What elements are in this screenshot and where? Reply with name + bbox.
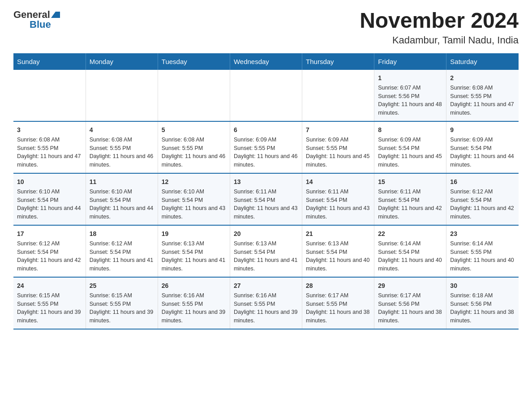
calendar-cell: 17Sunrise: 6:12 AMSunset: 5:54 PMDayligh… (13, 225, 86, 277)
calendar-week-row: 17Sunrise: 6:12 AMSunset: 5:54 PMDayligh… (13, 225, 519, 277)
day-info: Sunrise: 6:09 AMSunset: 5:55 PMDaylight:… (234, 136, 298, 169)
day-info: Sunrise: 6:12 AMSunset: 5:54 PMDaylight:… (450, 188, 515, 221)
day-info: Sunrise: 6:14 AMSunset: 5:54 PMDaylight:… (378, 240, 442, 273)
day-info: Sunrise: 6:08 AMSunset: 5:55 PMDaylight:… (450, 84, 515, 117)
page-title: November 2024 (360, 9, 519, 33)
day-number: 3 (17, 125, 82, 135)
day-number: 25 (90, 281, 154, 291)
calendar-cell: 28Sunrise: 6:17 AMSunset: 5:55 PMDayligh… (302, 277, 374, 329)
day-info: Sunrise: 6:11 AMSunset: 5:54 PMDaylight:… (306, 188, 370, 221)
day-number: 6 (234, 125, 298, 135)
day-info: Sunrise: 6:11 AMSunset: 5:54 PMDaylight:… (234, 188, 298, 221)
calendar-cell: 1Sunrise: 6:07 AMSunset: 5:56 PMDaylight… (374, 70, 446, 121)
day-info: Sunrise: 6:10 AMSunset: 5:54 PMDaylight:… (90, 188, 154, 221)
day-number: 2 (450, 73, 515, 83)
calendar-week-row: 1Sunrise: 6:07 AMSunset: 5:56 PMDaylight… (13, 70, 519, 121)
calendar-cell: 15Sunrise: 6:11 AMSunset: 5:54 PMDayligh… (374, 173, 446, 225)
day-number: 20 (234, 229, 298, 239)
header-thursday: Thursday (302, 53, 374, 70)
calendar-week-row: 24Sunrise: 6:15 AMSunset: 5:55 PMDayligh… (13, 277, 519, 329)
logo-triangle-icon (51, 12, 60, 18)
day-info: Sunrise: 6:09 AMSunset: 5:55 PMDaylight:… (306, 136, 370, 169)
day-info: Sunrise: 6:08 AMSunset: 5:55 PMDaylight:… (90, 136, 154, 169)
calendar-cell: 30Sunrise: 6:18 AMSunset: 5:56 PMDayligh… (446, 277, 519, 329)
calendar-cell: 13Sunrise: 6:11 AMSunset: 5:54 PMDayligh… (230, 173, 302, 225)
day-number: 28 (306, 281, 370, 291)
day-number: 7 (306, 125, 370, 135)
day-number: 17 (17, 229, 82, 239)
day-number: 13 (234, 177, 298, 187)
day-number: 19 (162, 229, 226, 239)
calendar-cell: 2Sunrise: 6:08 AMSunset: 5:55 PMDaylight… (446, 70, 519, 121)
calendar-week-row: 3Sunrise: 6:08 AMSunset: 5:55 PMDaylight… (13, 121, 519, 173)
calendar-cell: 25Sunrise: 6:15 AMSunset: 5:55 PMDayligh… (86, 277, 158, 329)
calendar-cell: 26Sunrise: 6:16 AMSunset: 5:55 PMDayligh… (158, 277, 230, 329)
title-block: November 2024 Kadambur, Tamil Nadu, Indi… (360, 9, 519, 46)
calendar-cell: 11Sunrise: 6:10 AMSunset: 5:54 PMDayligh… (86, 173, 158, 225)
calendar-week-row: 10Sunrise: 6:10 AMSunset: 5:54 PMDayligh… (13, 173, 519, 225)
day-info: Sunrise: 6:13 AMSunset: 5:54 PMDaylight:… (234, 240, 298, 273)
header-sunday: Sunday (13, 53, 86, 70)
day-info: Sunrise: 6:10 AMSunset: 5:54 PMDaylight:… (17, 188, 82, 221)
day-number: 11 (90, 177, 154, 187)
calendar-cell: 14Sunrise: 6:11 AMSunset: 5:54 PMDayligh… (302, 173, 374, 225)
calendar-cell: 8Sunrise: 6:09 AMSunset: 5:54 PMDaylight… (374, 121, 446, 173)
calendar-cell: 27Sunrise: 6:16 AMSunset: 5:55 PMDayligh… (230, 277, 302, 329)
day-info: Sunrise: 6:09 AMSunset: 5:54 PMDaylight:… (450, 136, 515, 169)
calendar-cell (86, 70, 158, 121)
page-header: General Blue November 2024 Kadambur, Tam… (13, 9, 519, 46)
day-info: Sunrise: 6:11 AMSunset: 5:54 PMDaylight:… (378, 188, 442, 221)
calendar-header-row: Sunday Monday Tuesday Wednesday Thursday… (13, 53, 519, 70)
day-info: Sunrise: 6:08 AMSunset: 5:55 PMDaylight:… (17, 136, 82, 169)
calendar-cell: 12Sunrise: 6:10 AMSunset: 5:54 PMDayligh… (158, 173, 230, 225)
day-info: Sunrise: 6:17 AMSunset: 5:55 PMDaylight:… (306, 291, 370, 325)
calendar-cell (13, 70, 86, 121)
day-info: Sunrise: 6:10 AMSunset: 5:54 PMDaylight:… (162, 188, 226, 221)
calendar-cell: 4Sunrise: 6:08 AMSunset: 5:55 PMDaylight… (86, 121, 158, 173)
day-info: Sunrise: 6:16 AMSunset: 5:55 PMDaylight:… (234, 291, 298, 325)
day-info: Sunrise: 6:07 AMSunset: 5:56 PMDaylight:… (378, 84, 442, 117)
day-info: Sunrise: 6:13 AMSunset: 5:54 PMDaylight:… (306, 240, 370, 273)
calendar-cell: 23Sunrise: 6:14 AMSunset: 5:55 PMDayligh… (446, 225, 519, 277)
day-number: 15 (378, 177, 442, 187)
day-number: 22 (378, 229, 442, 239)
calendar-cell (230, 70, 302, 121)
day-number: 24 (17, 281, 82, 291)
day-number: 21 (306, 229, 370, 239)
day-number: 1 (378, 73, 442, 83)
day-number: 30 (450, 281, 515, 291)
header-saturday: Saturday (446, 53, 519, 70)
day-info: Sunrise: 6:15 AMSunset: 5:55 PMDaylight:… (17, 291, 82, 325)
calendar-cell: 7Sunrise: 6:09 AMSunset: 5:55 PMDaylight… (302, 121, 374, 173)
day-number: 18 (90, 229, 154, 239)
day-number: 27 (234, 281, 298, 291)
header-wednesday: Wednesday (230, 53, 302, 70)
calendar-cell: 21Sunrise: 6:13 AMSunset: 5:54 PMDayligh… (302, 225, 374, 277)
header-friday: Friday (374, 53, 446, 70)
day-number: 12 (162, 177, 226, 187)
calendar-cell: 9Sunrise: 6:09 AMSunset: 5:54 PMDaylight… (446, 121, 519, 173)
calendar-cell (158, 70, 230, 121)
calendar-cell: 3Sunrise: 6:08 AMSunset: 5:55 PMDaylight… (13, 121, 86, 173)
day-info: Sunrise: 6:16 AMSunset: 5:55 PMDaylight:… (162, 291, 226, 325)
calendar-cell: 18Sunrise: 6:12 AMSunset: 5:54 PMDayligh… (86, 225, 158, 277)
day-info: Sunrise: 6:17 AMSunset: 5:56 PMDaylight:… (378, 291, 442, 325)
calendar-cell: 6Sunrise: 6:09 AMSunset: 5:55 PMDaylight… (230, 121, 302, 173)
header-tuesday: Tuesday (158, 53, 230, 70)
calendar-cell: 10Sunrise: 6:10 AMSunset: 5:54 PMDayligh… (13, 173, 86, 225)
calendar-cell: 16Sunrise: 6:12 AMSunset: 5:54 PMDayligh… (446, 173, 519, 225)
calendar-cell: 29Sunrise: 6:17 AMSunset: 5:56 PMDayligh… (374, 277, 446, 329)
day-number: 4 (90, 125, 154, 135)
page-subtitle: Kadambur, Tamil Nadu, India (360, 34, 519, 46)
day-info: Sunrise: 6:13 AMSunset: 5:54 PMDaylight:… (162, 240, 226, 273)
calendar-table: Sunday Monday Tuesday Wednesday Thursday… (13, 53, 519, 330)
header-monday: Monday (86, 53, 158, 70)
day-number: 29 (378, 281, 442, 291)
day-number: 5 (162, 125, 226, 135)
day-number: 16 (450, 177, 515, 187)
calendar-cell: 5Sunrise: 6:08 AMSunset: 5:55 PMDaylight… (158, 121, 230, 173)
calendar-cell: 24Sunrise: 6:15 AMSunset: 5:55 PMDayligh… (13, 277, 86, 329)
day-info: Sunrise: 6:12 AMSunset: 5:54 PMDaylight:… (17, 240, 82, 273)
day-info: Sunrise: 6:15 AMSunset: 5:55 PMDaylight:… (90, 291, 154, 325)
day-number: 8 (378, 125, 442, 135)
